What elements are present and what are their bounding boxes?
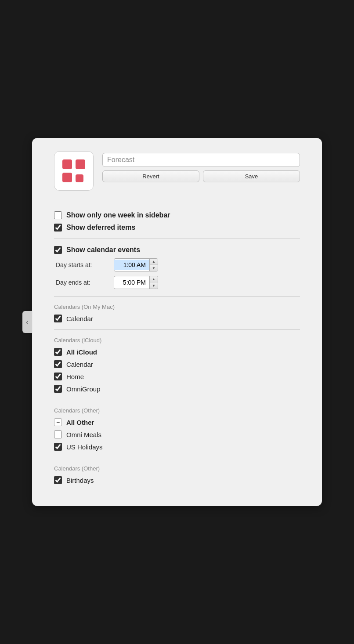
section-calendars-on-mac: Calendars (On My Mac) Calendar bbox=[54, 304, 300, 322]
panel-wrapper: Revert Save Show only one week in sideba… bbox=[32, 138, 322, 506]
show-one-week-row: Show only one week in sidebar bbox=[54, 211, 300, 219]
section-calendar-events: Show calendar events Day starts at: ▲ ▼ … bbox=[54, 246, 300, 289]
button-row: Revert Save bbox=[102, 170, 300, 182]
cal-icloud-calendar-checkbox[interactable] bbox=[54, 360, 62, 368]
day-starts-spinner: ▲ ▼ bbox=[149, 259, 158, 271]
calendars-on-mac-items: Calendar bbox=[54, 315, 300, 322]
cal-icloud-all-checkbox[interactable] bbox=[54, 348, 62, 356]
show-calendar-row: Show calendar events bbox=[54, 246, 300, 254]
cal-mac-calendar-row: Calendar bbox=[54, 315, 300, 322]
dot-3 bbox=[62, 173, 72, 182]
show-one-week-checkbox[interactable] bbox=[54, 211, 62, 219]
calendars-other1-items: All Other Omni Meals US Holidays bbox=[54, 418, 300, 451]
app-name-input[interactable] bbox=[102, 153, 300, 167]
dot-4 bbox=[76, 174, 83, 182]
cal-icloud-all-row: All iCloud bbox=[54, 348, 300, 356]
cal-other1-us-holidays-label[interactable]: US Holidays bbox=[66, 443, 103, 451]
cal-icloud-all-label[interactable]: All iCloud bbox=[66, 348, 97, 356]
day-starts-row: Day starts at: ▲ ▼ bbox=[54, 258, 300, 271]
day-ends-label: Day ends at: bbox=[56, 279, 108, 286]
cal-other1-omni-meals-row: Omni Meals bbox=[54, 431, 300, 438]
show-deferred-label[interactable]: Show deferred items bbox=[66, 224, 135, 232]
divider-1 bbox=[54, 204, 300, 204]
dot-1 bbox=[62, 159, 72, 169]
section-week-deferred: Show only one week in sidebar Show defer… bbox=[54, 211, 300, 232]
divider-4 bbox=[54, 329, 300, 330]
sidebar-collapse-tab[interactable] bbox=[22, 311, 32, 333]
save-button[interactable]: Save bbox=[203, 170, 300, 182]
settings-panel: Revert Save Show only one week in sideba… bbox=[32, 138, 322, 506]
cal-other1-us-holidays-checkbox[interactable] bbox=[54, 443, 62, 451]
day-ends-input[interactable] bbox=[114, 277, 149, 288]
calendars-other1-header: Calendars (Other) bbox=[54, 407, 300, 414]
header-row: Revert Save bbox=[54, 151, 300, 191]
cal-mac-calendar-checkbox[interactable] bbox=[54, 315, 62, 322]
day-ends-spinner: ▲ ▼ bbox=[149, 276, 158, 289]
day-ends-row: Day ends at: ▲ ▼ bbox=[54, 276, 300, 289]
calendars-icloud-header: Calendars (iCloud) bbox=[54, 337, 300, 344]
cal-other1-all-label: All Other bbox=[66, 419, 94, 426]
cal-icloud-home-checkbox[interactable] bbox=[54, 373, 62, 380]
cal-icloud-calendar-row: Calendar bbox=[54, 360, 300, 368]
day-starts-input[interactable] bbox=[114, 260, 149, 270]
divider-5 bbox=[54, 400, 300, 400]
day-starts-down[interactable]: ▼ bbox=[150, 265, 158, 271]
day-starts-up[interactable]: ▲ bbox=[150, 259, 158, 265]
cal-icloud-calendar-label[interactable]: Calendar bbox=[66, 361, 93, 368]
cal-icloud-omnigroup-row: OmniGroup bbox=[54, 385, 300, 393]
dot-2 bbox=[76, 159, 85, 169]
cal-icloud-omnigroup-checkbox[interactable] bbox=[54, 385, 62, 393]
revert-button[interactable]: Revert bbox=[102, 170, 199, 182]
day-ends-down[interactable]: ▼ bbox=[150, 282, 158, 289]
cal-other1-us-holidays-row: US Holidays bbox=[54, 443, 300, 451]
day-starts-label: Day starts at: bbox=[56, 261, 108, 268]
cal-other2-birthdays-checkbox[interactable] bbox=[54, 476, 62, 484]
divider-2 bbox=[54, 239, 300, 239]
show-one-week-label[interactable]: Show only one week in sidebar bbox=[66, 211, 170, 219]
divider-3 bbox=[54, 296, 300, 297]
cal-other2-birthdays-row: Birthdays bbox=[54, 476, 300, 484]
divider-6 bbox=[54, 458, 300, 458]
calendars-other2-header: Calendars (Other) bbox=[54, 465, 300, 472]
day-starts-field-wrap: ▲ ▼ bbox=[114, 258, 158, 271]
app-icon-grid bbox=[61, 158, 87, 184]
show-calendar-checkbox[interactable] bbox=[54, 246, 62, 254]
header-inputs: Revert Save bbox=[102, 151, 300, 182]
day-ends-up[interactable]: ▲ bbox=[150, 276, 158, 282]
show-calendar-label[interactable]: Show calendar events bbox=[66, 246, 140, 254]
app-icon bbox=[54, 151, 94, 191]
day-ends-field-wrap: ▲ ▼ bbox=[114, 276, 158, 289]
cal-mac-calendar-label[interactable]: Calendar bbox=[66, 315, 93, 322]
calendars-other2-items: Birthdays bbox=[54, 476, 300, 484]
calendars-on-mac-header: Calendars (On My Mac) bbox=[54, 304, 300, 310]
cal-other1-all-checkbox[interactable] bbox=[54, 418, 62, 426]
cal-other1-omni-meals-label[interactable]: Omni Meals bbox=[66, 431, 101, 438]
cal-other2-birthdays-label[interactable]: Birthdays bbox=[66, 477, 94, 484]
section-calendars-other1: Calendars (Other) All Other Omni Meals U… bbox=[54, 407, 300, 451]
cal-icloud-home-label[interactable]: Home bbox=[66, 373, 84, 380]
show-deferred-row: Show deferred items bbox=[54, 224, 300, 232]
cal-other1-all-row: All Other bbox=[54, 418, 300, 426]
cal-icloud-home-row: Home bbox=[54, 373, 300, 380]
show-deferred-checkbox[interactable] bbox=[54, 224, 62, 232]
section-calendars-icloud: Calendars (iCloud) All iCloud Calendar H… bbox=[54, 337, 300, 393]
section-calendars-other2: Calendars (Other) Birthdays bbox=[54, 465, 300, 484]
cal-icloud-omnigroup-label[interactable]: OmniGroup bbox=[66, 385, 101, 393]
cal-other1-omni-meals-checkbox[interactable] bbox=[54, 431, 62, 438]
calendars-icloud-items: All iCloud Calendar Home OmniGroup bbox=[54, 348, 300, 393]
